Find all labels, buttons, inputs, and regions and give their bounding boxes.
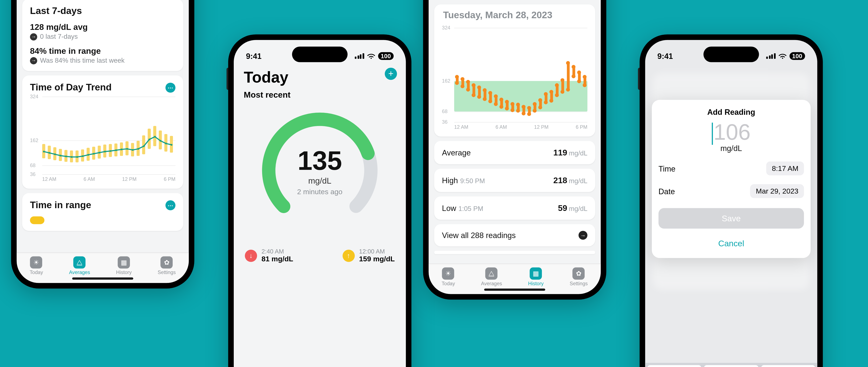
tir-heading: 84% time in range <box>30 46 175 56</box>
card-time-of-day-trend[interactable]: Time of Day Trend ⋯ 3668162324 12 AM6 AM… <box>22 75 183 189</box>
row-view-all[interactable]: View all 288 readings → <box>434 224 595 246</box>
phone-history: Tuesday, March 28, 2023 3668162324 12 AM… <box>423 0 606 300</box>
svg-point-43 <box>149 138 150 140</box>
tab-history[interactable]: ▦History <box>116 256 132 275</box>
row-low[interactable]: Low1:05 PM 59mg/dL <box>434 196 595 220</box>
svg-point-36 <box>110 150 111 152</box>
card-title: Time of Day Trend <box>30 82 112 93</box>
chart-icon: ⧋ <box>486 267 498 280</box>
sun-icon: ☀ <box>442 267 455 280</box>
time-field[interactable]: Time 8:17 AM <box>658 162 804 176</box>
key-2[interactable]: 2 <box>704 365 758 367</box>
x-axis-labels: 12 AM6 AM12 PM6 PM <box>30 176 175 182</box>
svg-point-26 <box>54 153 56 155</box>
svg-point-42 <box>143 145 145 147</box>
svg-point-31 <box>82 155 84 157</box>
tab-settings[interactable]: ✿Settings <box>158 256 176 275</box>
add-reading-button[interactable]: + <box>385 68 397 80</box>
svg-point-29 <box>71 156 72 158</box>
x-axis-labels: 12 AM6 AM12 PM6 PM <box>442 124 587 130</box>
svg-point-33 <box>93 153 95 155</box>
numeric-keypad: 1 2 3 <box>645 363 817 367</box>
date-header: Tuesday, March 28, 2023 <box>442 9 587 26</box>
save-button[interactable]: Save <box>658 208 804 229</box>
date-field[interactable]: Date Mar 29, 2023 <box>658 185 804 198</box>
trend-arrow-icon: → <box>30 57 37 64</box>
svg-point-34 <box>98 152 100 154</box>
status-time: 9:41 <box>246 52 261 61</box>
reading-unit: mg/dL <box>308 175 331 185</box>
trend-arrow-icon: → <box>30 33 37 40</box>
card-day-chart[interactable]: Tuesday, March 28, 2023 3668162324 12 AM… <box>434 4 595 137</box>
cancel-button[interactable]: Cancel <box>658 234 804 253</box>
card-peek <box>434 251 595 254</box>
date-value-chip[interactable]: Mar 29, 2023 <box>750 185 804 198</box>
svg-point-41 <box>137 148 139 150</box>
range-bar-segment <box>30 216 44 224</box>
reading-gauge: 135 mg/dL 2 minutes ago <box>259 109 381 231</box>
reading-input[interactable]: 106 <box>658 120 804 145</box>
svg-point-37 <box>115 149 117 151</box>
arrow-up-icon: ↑ <box>342 249 355 262</box>
gear-icon: ✿ <box>572 267 585 280</box>
time-of-day-chart: 3668162324 <box>30 97 175 174</box>
svg-point-47 <box>170 144 172 146</box>
wifi-icon <box>367 53 375 59</box>
card-last-7-days[interactable]: Last 7-days 128 mg/dL avg → 0 last 7-day… <box>22 0 183 71</box>
modal-title: Add Reading <box>658 108 804 116</box>
reading-unit: mg/dL <box>658 144 804 153</box>
more-icon[interactable]: ⋯ <box>165 82 176 93</box>
svg-point-25 <box>49 152 50 154</box>
home-indicator[interactable] <box>484 289 545 291</box>
svg-point-35 <box>104 151 106 153</box>
tab-averages[interactable]: ⧋Averages <box>481 267 502 286</box>
key-3[interactable]: 3 <box>761 365 815 367</box>
card-time-in-range[interactable]: Time in range ⋯ <box>22 193 183 231</box>
add-reading-modal: Add Reading 106 mg/dL Time 8:17 AM Date … <box>652 100 811 258</box>
svg-point-24 <box>43 151 45 153</box>
svg-point-28 <box>65 156 67 157</box>
high-reading[interactable]: ↑ 12:00 AM159 mg/dL <box>342 248 395 263</box>
svg-point-27 <box>60 155 61 157</box>
svg-point-40 <box>132 149 133 151</box>
key-1[interactable]: 1 <box>647 365 702 367</box>
home-indicator[interactable] <box>72 277 133 279</box>
signal-icon <box>355 53 364 59</box>
dynamic-island <box>292 46 347 62</box>
avg-sub: → 0 last 7-days <box>30 33 175 41</box>
chevron-right-icon: → <box>579 231 587 240</box>
row-high[interactable]: High9:50 PM 218mg/dL <box>434 169 595 192</box>
tab-today[interactable]: ☀Today <box>442 267 455 286</box>
dynamic-island <box>704 46 759 62</box>
gear-icon: ✿ <box>161 256 173 269</box>
tab-settings[interactable]: ✿Settings <box>569 267 588 286</box>
more-icon[interactable]: ⋯ <box>165 200 176 210</box>
sun-icon: ☀ <box>30 256 42 269</box>
calendar-icon: ▦ <box>118 256 130 269</box>
svg-point-39 <box>126 148 128 150</box>
svg-point-45 <box>160 140 161 142</box>
low-reading[interactable]: ↓ 2:40 AM81 mg/dL <box>245 248 293 263</box>
arrow-down-icon: ↓ <box>245 249 257 262</box>
reading-value: 135 <box>298 145 342 175</box>
chart-icon: ⧋ <box>73 256 86 269</box>
time-value-chip[interactable]: 8:17 AM <box>766 162 804 176</box>
battery-icon: 100 <box>378 52 394 60</box>
tir-sub: → Was 84% this time last week <box>30 57 175 64</box>
phone-add-reading: 9:41 100 Add Reading 106 mg/dL Time 8:17… <box>640 34 823 367</box>
svg-point-32 <box>87 154 89 156</box>
svg-point-38 <box>121 148 123 150</box>
svg-point-46 <box>165 142 167 144</box>
day-range-chart: 3668162324 <box>442 28 587 122</box>
card-title: Last 7-days <box>30 5 175 16</box>
svg-point-44 <box>154 136 156 137</box>
calendar-icon: ▦ <box>530 267 542 280</box>
card-title: Time in range <box>30 200 91 211</box>
svg-point-30 <box>76 156 78 158</box>
tab-history[interactable]: ▦History <box>528 267 544 286</box>
phone-averages: Last 7-days 128 mg/dL avg → 0 last 7-day… <box>11 0 194 289</box>
tab-averages[interactable]: ⧋Averages <box>69 256 90 275</box>
avg-heading: 128 mg/dL avg <box>30 22 175 32</box>
row-average[interactable]: Average 119mg/dL <box>434 141 595 164</box>
tab-today[interactable]: ☀Today <box>30 256 43 275</box>
